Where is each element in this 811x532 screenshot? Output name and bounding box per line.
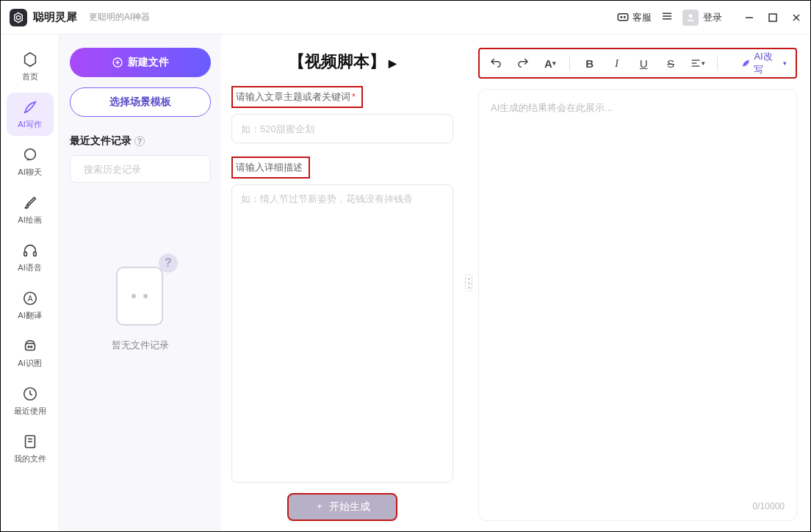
- new-file-label: 新建文件: [128, 56, 169, 69]
- output-column: A▾ B I U S ▾ AI改写 ▾ AI生成的结果将会在此展示... 0/1…: [474, 35, 810, 531]
- select-template-label: 选择场景模板: [109, 96, 171, 109]
- ai-rewrite-button[interactable]: AI改写 ▾: [741, 50, 787, 76]
- svg-rect-13: [33, 252, 36, 256]
- svg-point-18: [30, 346, 32, 348]
- minimize-button[interactable]: [744, 12, 754, 23]
- recent-files-heading: 最近文件记录 ?: [70, 134, 211, 148]
- detail-textarea[interactable]: [231, 184, 453, 483]
- play-icon[interactable]: ▶: [389, 57, 397, 69]
- image-icon: [21, 337, 39, 355]
- sidebar: 首页 AI写作 AI聊天 AI绘画 AI语音 A AI翻译 AI识图 最近使用: [1, 35, 60, 531]
- kefu-label: 客服: [632, 11, 652, 24]
- app-logo: 聪明灵犀 更聪明的AI神器: [10, 9, 150, 26]
- new-file-button[interactable]: 新建文件: [70, 48, 211, 77]
- chat-icon: [616, 11, 630, 24]
- translate-icon: A: [21, 290, 39, 307]
- detail-label: 请输入详细描述: [231, 157, 310, 179]
- maximize-button[interactable]: [768, 12, 778, 23]
- help-icon[interactable]: ?: [134, 136, 145, 146]
- text-color-button[interactable]: A▾: [543, 55, 558, 71]
- pen-icon: [21, 98, 39, 116]
- logo-icon: [10, 9, 27, 26]
- page-title: 【视频脚本】▶: [231, 51, 453, 73]
- sidebar-label: AI语音: [18, 262, 41, 273]
- svg-text:A: A: [27, 295, 32, 303]
- sidebar-label: AI识图: [18, 358, 41, 369]
- file-icon: [21, 433, 39, 450]
- sidebar-item-paint[interactable]: AI绘画: [7, 188, 54, 231]
- app-title: 聪明灵犀: [33, 10, 77, 24]
- resize-handle[interactable]: [464, 35, 474, 531]
- topic-label: 请输入文章主题或者关键词*: [231, 86, 363, 108]
- clock-icon: [21, 385, 39, 403]
- home-icon: [21, 51, 39, 68]
- redo-button[interactable]: [516, 55, 531, 71]
- sidebar-label: 首页: [22, 71, 38, 82]
- search-input[interactable]: [84, 164, 207, 175]
- select-template-button[interactable]: 选择场景模板: [70, 87, 211, 117]
- svg-point-6: [689, 14, 693, 18]
- chat-icon: [21, 146, 39, 164]
- sidebar-item-chat[interactable]: AI聊天: [7, 140, 54, 184]
- undo-button[interactable]: [489, 55, 504, 71]
- editor-column: 【视频脚本】▶ 请输入文章主题或者关键词* 请输入详细描述 开始生成: [221, 35, 464, 531]
- svg-point-1: [621, 16, 622, 18]
- empty-state: ? 暂无文件记录: [70, 256, 211, 352]
- generate-label: 开始生成: [329, 500, 370, 514]
- login-button[interactable]: 登录: [682, 10, 722, 26]
- menu-button[interactable]: [660, 10, 674, 26]
- bold-button[interactable]: B: [582, 55, 597, 71]
- sidebar-label: AI聊天: [18, 167, 41, 178]
- sidebar-label: AI绘画: [18, 215, 41, 226]
- svg-point-17: [28, 346, 29, 348]
- sidebar-item-recent[interactable]: 最近使用: [7, 379, 54, 423]
- output-placeholder: AI生成的结果将会在此展示...: [491, 101, 785, 115]
- svg-rect-16: [25, 343, 35, 350]
- output-area[interactable]: AI生成的结果将会在此展示... 0/10000: [478, 89, 797, 521]
- brush-icon: [21, 194, 39, 212]
- avatar-icon: [682, 10, 699, 26]
- sparkle-icon: [314, 502, 325, 512]
- leaf-icon: [741, 58, 751, 68]
- app-subtitle: 更聪明的AI神器: [89, 11, 150, 24]
- char-counter: 0/10000: [753, 501, 785, 511]
- sidebar-item-home[interactable]: 首页: [7, 45, 54, 88]
- sidebar-item-translate[interactable]: A AI翻译: [7, 284, 54, 327]
- align-button[interactable]: ▾: [690, 55, 705, 71]
- sidebar-label: 我的文件: [14, 453, 46, 464]
- sidebar-item-write[interactable]: AI写作: [7, 93, 54, 136]
- login-label: 登录: [703, 11, 722, 24]
- svg-rect-12: [24, 252, 26, 256]
- undo-icon: [489, 57, 502, 70]
- align-icon: [690, 57, 702, 69]
- close-button[interactable]: [791, 12, 801, 23]
- sidebar-label: AI写作: [18, 119, 41, 130]
- redo-icon: [516, 57, 530, 70]
- sidebar-item-voice[interactable]: AI语音: [7, 236, 54, 279]
- empty-illustration: ?: [107, 256, 173, 330]
- sidebar-item-ocr[interactable]: AI识图: [7, 331, 54, 375]
- sidebar-item-myfiles[interactable]: 我的文件: [7, 427, 54, 470]
- empty-text: 暂无文件记录: [112, 339, 169, 352]
- generate-button[interactable]: 开始生成: [287, 493, 397, 521]
- sidebar-label: AI翻译: [18, 310, 41, 321]
- titlebar: 聪明灵犀 更聪明的AI神器 客服 登录: [1, 1, 810, 35]
- underline-button[interactable]: U: [636, 55, 652, 71]
- italic-button[interactable]: I: [609, 55, 624, 71]
- file-panel: 新建文件 选择场景模板 最近文件记录 ? ? 暂无文件记录: [60, 35, 221, 531]
- strikethrough-button[interactable]: S: [663, 55, 679, 71]
- sidebar-label: 最近使用: [14, 406, 46, 417]
- topic-input[interactable]: [231, 114, 453, 143]
- headphone-icon: [21, 242, 39, 259]
- search-box[interactable]: [70, 155, 211, 183]
- svg-point-11: [24, 149, 35, 160]
- svg-point-2: [624, 16, 626, 18]
- plus-circle-icon: [112, 57, 123, 68]
- svg-rect-8: [769, 14, 776, 21]
- editor-toolbar: A▾ B I U S ▾ AI改写 ▾: [478, 48, 797, 79]
- customer-service-button[interactable]: 客服: [616, 11, 652, 24]
- hamburger-icon: [660, 10, 674, 23]
- svg-rect-0: [618, 13, 628, 20]
